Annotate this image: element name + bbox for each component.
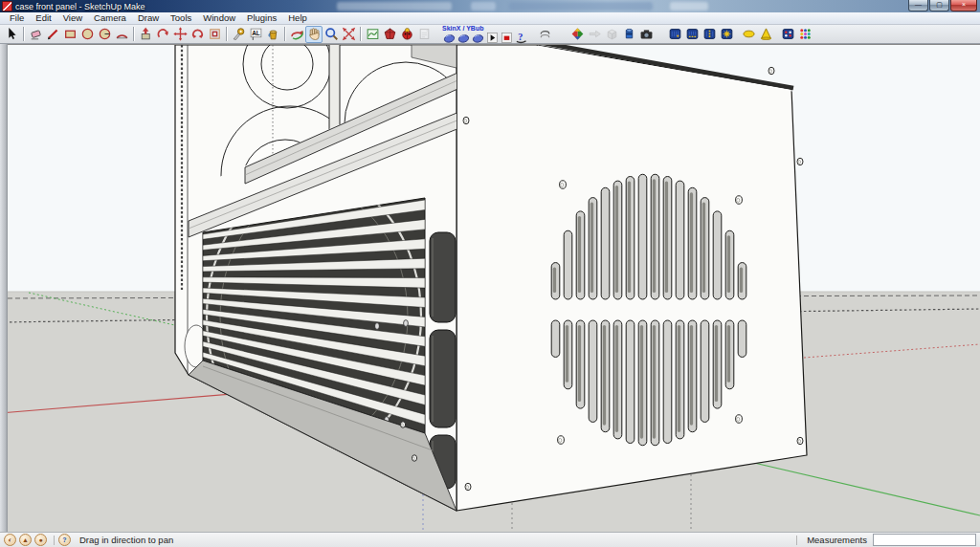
- menu-view[interactable]: View: [57, 12, 88, 24]
- solid-tools-icon[interactable]: [381, 26, 398, 43]
- skinx-skin-2-icon[interactable]: [457, 32, 471, 44]
- measurements-separator: [796, 536, 797, 545]
- offset-tool-icon[interactable]: [206, 26, 223, 43]
- plugin-arrow-icon[interactable]: [586, 26, 603, 43]
- skinx-skin-1-icon[interactable]: [442, 32, 457, 44]
- geo-location-icon[interactable]: ◐: [4, 534, 16, 546]
- minimize-button[interactable]: —: [908, 0, 928, 11]
- background-window-blur: [509, 2, 653, 11]
- toolbar-separator: [360, 27, 361, 41]
- svg-text:?: ?: [518, 32, 523, 42]
- arc-tool-icon[interactable]: [113, 26, 130, 43]
- skinx-skin-3-icon[interactable]: [471, 32, 485, 44]
- rectangle-tool-icon[interactable]: [61, 26, 78, 43]
- credits-icon[interactable]: ▲: [19, 534, 32, 546]
- menu-window[interactable]: Window: [197, 12, 241, 24]
- viewport-left-edge: [0, 44, 8, 532]
- menu-draw[interactable]: Draw: [132, 12, 165, 24]
- menu-help[interactable]: Help: [282, 12, 313, 24]
- followme-tool-icon[interactable]: [154, 26, 171, 43]
- skinx-toolbar-group: SkinX / YBub?: [442, 25, 528, 44]
- model-scene[interactable]: [0, 45, 980, 533]
- panel-tool-3-icon[interactable]: [701, 26, 718, 43]
- simplify-contours-icon[interactable]: [536, 26, 553, 43]
- led-panel-icon[interactable]: [779, 26, 796, 43]
- background-window-blur: [670, 2, 708, 11]
- sketchup-window: case front panel - SketchUp Make —▢× Fil…: [0, 0, 980, 547]
- menu-bar: FileEditViewCameraDrawToolsWindowPlugins…: [0, 12, 980, 25]
- text-tool-icon[interactable]: AL: [247, 26, 264, 43]
- rotate-tool-icon[interactable]: [189, 26, 206, 43]
- panel-tool-2-icon[interactable]: [683, 26, 701, 43]
- modeling-viewport[interactable]: [0, 44, 980, 532]
- export-icon[interactable]: [415, 26, 433, 43]
- background-window-blur: [471, 2, 496, 11]
- skinx-run-icon[interactable]: [485, 32, 500, 44]
- skinx-stop-icon[interactable]: [500, 32, 514, 44]
- menu-plugins[interactable]: Plugins: [241, 12, 282, 24]
- toolbar-separator: [226, 27, 227, 41]
- title-bar[interactable]: case front panel - SketchUp Make —▢×: [0, 0, 980, 12]
- cone-tool-icon[interactable]: [757, 26, 774, 43]
- plugin-cube-icon[interactable]: [603, 26, 620, 43]
- window-controls: —▢×: [907, 0, 977, 11]
- skinx-help-icon[interactable]: ?: [514, 32, 528, 44]
- eraser-tool-icon[interactable]: [27, 26, 44, 43]
- menu-tools[interactable]: Tools: [165, 12, 197, 24]
- maximize-button[interactable]: ▢: [929, 0, 949, 11]
- sign-in-icon[interactable]: ●: [34, 534, 47, 546]
- panel-tool-1-icon[interactable]: [666, 26, 683, 43]
- polygon-tool-icon[interactable]: [96, 26, 113, 43]
- status-hint: Drag in direction to pan: [79, 535, 173, 545]
- zoom-extents-icon[interactable]: [340, 26, 357, 43]
- status-bar: ◐▲● ? Drag in direction to pan Measureme…: [0, 532, 980, 547]
- app-icon: [2, 1, 12, 11]
- front-side-pads: [430, 232, 456, 489]
- background-window-blur: [337, 2, 452, 11]
- help-icon[interactable]: ?: [58, 534, 71, 546]
- skinx-toolbar-label: SkinX / YBub: [442, 25, 483, 32]
- plugin-cylinder-icon[interactable]: [620, 26, 637, 43]
- circle-tool-icon[interactable]: [78, 26, 96, 43]
- measurements-label: Measurements: [807, 535, 867, 545]
- color-matrix-icon[interactable]: [796, 26, 813, 43]
- window-title: case front panel - SketchUp Make: [15, 2, 145, 11]
- zoom-tool-icon[interactable]: [323, 26, 340, 43]
- status-separator: [54, 536, 55, 545]
- select-tool-icon[interactable]: [3, 26, 20, 43]
- camera-plugin-icon[interactable]: [637, 26, 655, 43]
- menu-camera[interactable]: Camera: [88, 12, 132, 24]
- measurements-input[interactable]: [873, 534, 976, 546]
- toolbar-separator: [133, 27, 134, 41]
- close-button[interactable]: ×: [950, 0, 977, 11]
- move-tool-icon[interactable]: [171, 26, 189, 43]
- panel-tool-4-icon[interactable]: [718, 26, 735, 43]
- menu-edit[interactable]: Edit: [30, 12, 56, 24]
- add-location-icon[interactable]: [364, 26, 381, 43]
- tape-measure-icon[interactable]: [230, 26, 247, 43]
- line-tool-icon[interactable]: [44, 26, 61, 43]
- toolbar: ALSkinX / YBub?: [0, 25, 980, 44]
- orbit-tool-icon[interactable]: [288, 26, 305, 43]
- bug-plugin-icon[interactable]: [398, 26, 415, 43]
- plugin-diamond-icon[interactable]: [568, 26, 586, 43]
- toolbar-separator: [284, 27, 285, 41]
- menu-file[interactable]: File: [4, 12, 30, 24]
- ellipse-tool-icon[interactable]: [740, 26, 757, 43]
- toolbar-separator: [23, 27, 24, 41]
- paint-bucket-icon[interactable]: [264, 26, 281, 43]
- svg-text:AL: AL: [252, 30, 260, 36]
- pan-tool-icon[interactable]: [305, 26, 323, 43]
- pushpull-tool-icon[interactable]: [137, 26, 154, 43]
